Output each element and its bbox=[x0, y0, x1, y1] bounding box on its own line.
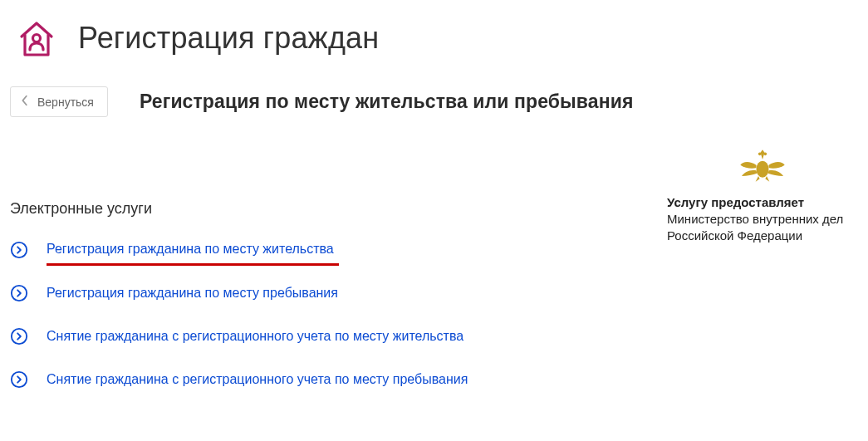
svg-point-6 bbox=[758, 153, 762, 156]
provider-name: Министерство внутренних дел Российской Ф… bbox=[667, 211, 858, 245]
page-header: Регистрация граждан bbox=[10, 12, 858, 65]
back-button[interactable]: Вернуться bbox=[10, 86, 108, 117]
service-link-stay-registration[interactable]: Регистрация гражданина по месту пребыван… bbox=[47, 285, 338, 301]
service-item: Снятие гражданина с регистрационного уче… bbox=[10, 327, 650, 345]
subheader-row: Вернуться Регистрация по месту жительств… bbox=[10, 86, 858, 117]
service-item: Снятие гражданина с регистрационного уче… bbox=[10, 370, 650, 389]
section-title: Электронные услуги bbox=[10, 200, 650, 218]
service-link-residence-registration[interactable]: Регистрация гражданина по месту жительст… bbox=[47, 242, 334, 256]
chevron-right-circle-icon bbox=[10, 370, 28, 389]
svg-point-2 bbox=[12, 286, 27, 301]
chevron-right-circle-icon bbox=[10, 327, 28, 345]
content-wrap: Электронные услуги Регистрация гражданин… bbox=[10, 140, 858, 414]
back-button-label: Вернуться bbox=[37, 96, 94, 109]
svg-point-5 bbox=[757, 161, 769, 178]
provider-label: Услугу предоставляет bbox=[667, 195, 858, 209]
svg-point-4 bbox=[12, 372, 27, 387]
highlight-underline bbox=[47, 263, 339, 266]
svg-point-1 bbox=[12, 243, 27, 257]
svg-point-0 bbox=[33, 35, 41, 42]
service-item: Регистрация гражданина по месту жительст… bbox=[10, 241, 650, 259]
page-subtitle: Регистрация по месту жительства или преб… bbox=[140, 91, 633, 113]
house-person-icon bbox=[10, 12, 63, 65]
service-item: Регистрация гражданина по месту пребыван… bbox=[10, 284, 650, 302]
svg-point-3 bbox=[12, 329, 27, 344]
service-link-wrap: Регистрация гражданина по месту жительст… bbox=[47, 241, 334, 258]
chevron-right-circle-icon bbox=[10, 241, 28, 259]
svg-point-7 bbox=[764, 153, 767, 156]
chevron-right-circle-icon bbox=[10, 284, 28, 302]
page-title: Регистрация граждан bbox=[78, 21, 379, 56]
eagle-emblem-icon bbox=[667, 144, 858, 187]
service-link-stay-deregistration[interactable]: Снятие гражданина с регистрационного уче… bbox=[47, 371, 468, 387]
service-list: Регистрация гражданина по месту жительст… bbox=[10, 241, 650, 389]
chevron-left-icon bbox=[21, 95, 29, 109]
service-link-residence-deregistration[interactable]: Снятие гражданина с регистрационного уче… bbox=[47, 328, 463, 344]
main-column: Электронные услуги Регистрация гражданин… bbox=[10, 140, 650, 414]
provider-column: Услугу предоставляет Министерство внутре… bbox=[667, 144, 858, 245]
